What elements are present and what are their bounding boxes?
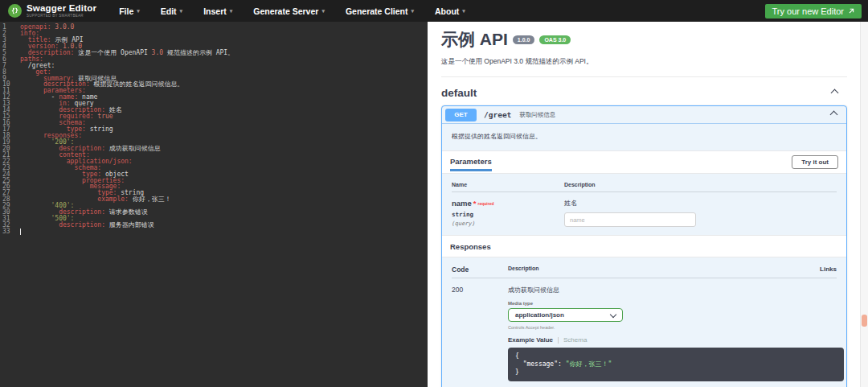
top-bar: Swagger Editor supported by SMARTBEAR Fi… [0,0,868,22]
chevron-down-icon: ▾ [411,8,415,14]
chevron-down-icon: ▾ [321,8,325,14]
tag-section-default[interactable]: default [441,82,847,104]
required-star: * [473,199,477,208]
col-header-description: Description [564,182,837,187]
media-type-label: Media type [508,301,844,306]
tab-example-value[interactable]: Example Value [508,336,553,344]
code-line: 5 description: 这是一个使用 OpenAPI 3.0 规范描述的示… [0,50,428,56]
responses-table: Code Description Links 200 成功获取问候信息 Medi… [442,257,846,387]
oas-badge: OAS 3.0 [539,35,571,44]
operation-body: 根据提供的姓名返回问候信息。 Parameters Try it out Nam… [442,124,846,387]
swagger-ui-preview: 示例 API 1.0.0 OAS 3.0 这是一个使用 OpenAPI 3.0 … [432,22,868,387]
menu-insert[interactable]: Insert▾ [203,6,232,16]
chevron-down-icon [610,311,616,317]
menu-file[interactable]: File▾ [119,6,140,16]
tag-name: default [441,87,477,99]
try-it-out-button[interactable]: Try it out [792,155,838,169]
parameters-header: Parameters Try it out [442,150,846,174]
api-info: 示例 API 1.0.0 OAS 3.0 这是一个使用 OpenAPI 3.0 … [441,28,847,67]
operation-summary-row[interactable]: GET /greet 获取问候信息 [442,106,846,124]
col-header-description: Description [508,266,787,274]
response-description-cell: 成功获取问候信息 Media type application/json Con… [508,286,844,381]
col-header-name: Name [452,182,564,187]
model-example-tabs: Example Value Schema [508,336,844,344]
responses-title: Responses [450,242,491,251]
media-type-select[interactable]: application/json [508,308,623,322]
response-row-400: 400 请求参数错误 No links [452,383,837,387]
menu-edit[interactable]: Edit▾ [161,6,182,16]
parameters-table: Name Description name*required string (q… [442,174,846,235]
opblock-get-greet: GET /greet 获取问候信息 根据提供的姓名返回问候信息。 Paramet… [441,105,847,387]
tab-separator [558,337,559,344]
example-value-code: { "message": "你好，张三！" } [508,348,844,381]
tab-schema[interactable]: Schema [563,336,587,344]
code-line: 32 description: 服务器内部错误 [0,222,428,228]
parameter-location: (query) [452,220,564,227]
controls-accept-note: Controls Accept header. [508,325,844,330]
param-name-input[interactable] [564,212,696,227]
code-line: 6paths: [0,56,428,63]
response-code: 200 [452,286,508,381]
info-divider [441,76,847,77]
chevron-up-icon[interactable] [830,111,838,119]
responses-table-header: Code Description Links [452,262,837,278]
parameter-name-cell: name*required string (query) [452,199,564,227]
yaml-code-editor[interactable]: 1openapi: 3.0.02info:3 title: 示例 API4 ve… [0,22,428,387]
menu-about[interactable]: About▾ [435,6,465,16]
col-header-links: Links [787,266,837,274]
chevron-down-icon: ▾ [137,8,140,14]
responses-header: Responses [442,235,846,257]
code-line: 1openapi: 3.0.0 [0,24,428,31]
parameter-type: string [452,211,564,218]
parameter-name: name [452,199,472,208]
menu-generate-server[interactable]: Generate Server▾ [253,6,325,16]
swagger-editor-brand[interactable]: Swagger Editor supported by SMARTBEAR [8,4,96,18]
parameter-row: name*required string (query) 姓名 [452,192,837,227]
menu-generate-client[interactable]: Generate Client▾ [346,6,414,16]
menu-bar: File▾Edit▾Insert▾Generate Server▾Generat… [119,6,465,16]
api-title: 示例 API [441,28,508,51]
chevron-up-icon[interactable] [831,89,839,97]
response-row-200: 200 成功获取问候信息 Media type application/json… [452,278,837,383]
brand-tagline: supported by SMARTBEAR [27,14,96,19]
api-title-row: 示例 API 1.0.0 OAS 3.0 [441,28,847,51]
chevron-down-icon: ▾ [462,8,465,14]
required-label: required [478,201,494,206]
swagger-logo-icon [8,4,22,18]
scroll-marker [862,315,867,327]
main-area: 1openapi: 3.0.02info:3 title: 示例 API4 ve… [0,22,868,387]
brand-name: Swagger Editor [27,4,96,14]
parameter-description-cell: 姓名 [564,199,837,227]
operation-path: /greet [484,110,511,119]
version-badge: 1.0.0 [513,35,535,44]
chevron-down-icon: ▾ [180,8,183,14]
external-link-icon [848,8,854,14]
tab-parameters[interactable]: Parameters [450,157,492,171]
parameters-table-header: Name Description [452,179,837,192]
try-new-editor-label: Try our new Editor [772,6,844,16]
response-description: 成功获取问候信息 [508,286,844,294]
api-description: 这是一个使用 OpenAPI 3.0 规范描述的示例 API。 [441,57,847,67]
operation-summary: 获取问候信息 [519,111,555,119]
try-new-editor-button[interactable]: Try our new Editor [765,4,862,19]
media-type-value: application/json [515,311,564,319]
chevron-down-icon: ▾ [230,8,233,14]
code-line: 7 /greet: [0,63,428,69]
code-line: 33 [0,228,428,235]
parameter-description: 姓名 [564,199,837,208]
col-header-code: Code [452,266,508,274]
preview-scrollbar[interactable] [860,22,868,387]
operation-description: 根据提供的姓名返回问候信息。 [442,124,846,150]
http-method-badge: GET [445,109,477,121]
